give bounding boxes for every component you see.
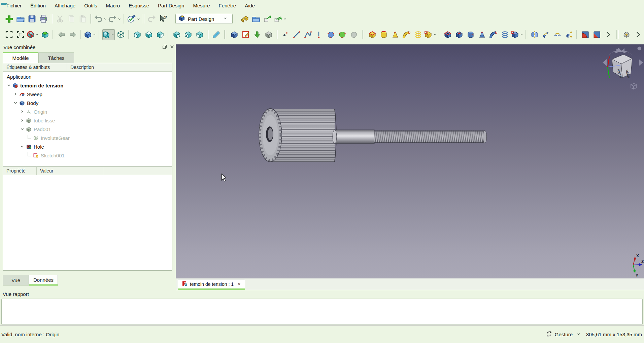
tree-expander-icon[interactable]: [13, 101, 18, 105]
tree-item-label[interactable]: Sketch001: [41, 153, 65, 158]
pad-button[interactable]: [367, 29, 378, 40]
menu-fenetre[interactable]: Fenêtre: [214, 1, 240, 10]
measure-button[interactable]: [211, 29, 222, 40]
create-sketch-button[interactable]: [240, 29, 251, 40]
mirrored-button[interactable]: [529, 29, 540, 40]
copy-button[interactable]: [66, 13, 77, 24]
create-line-button[interactable]: [291, 29, 302, 40]
workbench-selector[interactable]: Part Design: [175, 14, 233, 24]
menu-fichier[interactable]: Fichier: [2, 1, 26, 10]
attach-sketch-button[interactable]: [252, 29, 263, 40]
tree-item-sketch001[interactable]: Sketch001: [3, 151, 172, 160]
polar-pattern-button[interactable]: [552, 29, 563, 40]
tree-item-pad001[interactable]: Pad001: [3, 125, 172, 134]
cut-button[interactable]: [55, 13, 65, 24]
subtractive-pipe-button[interactable]: [488, 29, 499, 40]
tree-item-body[interactable]: Body: [3, 99, 172, 107]
subtractive-primitive-button[interactable]: [511, 29, 523, 40]
fit-selection-button[interactable]: [15, 29, 26, 40]
menu-mesure[interactable]: Mesure: [189, 1, 214, 10]
view-right-button[interactable]: [155, 29, 166, 40]
save-file-button[interactable]: [27, 13, 37, 24]
column-header[interactable]: Valeur: [37, 167, 104, 175]
tree-expander-icon[interactable]: [6, 83, 11, 88]
tree-item-sweep[interactable]: Sweep: [3, 90, 172, 99]
create-group-button[interactable]: [251, 13, 262, 24]
workbench-dropdown-icon[interactable]: [223, 16, 228, 22]
undo-button[interactable]: [94, 13, 107, 24]
print-button[interactable]: [38, 13, 49, 24]
view-top-button[interactable]: [143, 29, 154, 40]
menu-macro[interactable]: Macro: [102, 1, 125, 10]
document-tab-label[interactable]: temoin de tension : 1: [190, 281, 234, 287]
view-isometric-dropdown-icon[interactable]: [92, 32, 97, 37]
tree-item-origin[interactable]: Origin: [3, 107, 172, 116]
view-axonometric-button[interactable]: [115, 29, 126, 40]
3d-viewport[interactable]: RIGHT REAR X Z: [176, 44, 644, 278]
menu-outils[interactable]: Outils: [80, 1, 101, 10]
document-tab[interactable]: temoin de tension : 1 ×: [178, 279, 245, 290]
additive-primitive-dropdown-icon[interactable]: [433, 32, 437, 37]
tab-donnees[interactable]: Données: [29, 275, 58, 285]
create-part-button[interactable]: [239, 13, 250, 24]
tab-vue[interactable]: Vue: [3, 275, 29, 285]
involute-gear-button[interactable]: [621, 29, 632, 40]
tree-item-label[interactable]: temoin de tension: [20, 83, 63, 88]
whats-this-button[interactable]: ?: [158, 13, 169, 24]
menu-esquisse[interactable]: Esquisse: [124, 1, 154, 10]
nav-back-button[interactable]: [56, 29, 67, 40]
tree-expander-icon[interactable]: [20, 118, 25, 123]
column-header[interactable]: Description: [67, 63, 101, 71]
create-periodic-bspline-button[interactable]: [337, 29, 348, 40]
groove-button[interactable]: [465, 29, 476, 40]
subtractive-helix-button[interactable]: [500, 29, 510, 40]
fillet-button[interactable]: [580, 29, 591, 40]
more-dressup-button[interactable]: [603, 29, 614, 40]
tree-item-tube-lisse[interactable]: tube lisse: [3, 116, 172, 125]
float-panel-button[interactable]: [162, 44, 168, 50]
nav-style-label[interactable]: Gesture: [555, 332, 573, 337]
view-isometric-button[interactable]: [84, 29, 97, 40]
view-bottom-button[interactable]: [183, 29, 194, 40]
tree-expander-icon[interactable]: [20, 144, 25, 149]
fit-all-button[interactable]: [4, 29, 14, 40]
subtractive-primitive-dropdown-icon[interactable]: [519, 32, 524, 37]
navigation-cube[interactable]: RIGHT REAR: [603, 47, 643, 89]
view-left-button[interactable]: [194, 29, 205, 40]
paste-button[interactable]: [77, 13, 88, 24]
tree-item-label[interactable]: Origin: [34, 109, 47, 115]
close-panel-button[interactable]: [169, 44, 175, 50]
tree-expander-icon[interactable]: [20, 127, 25, 131]
multitransform-button[interactable]: [564, 29, 574, 40]
make-sub-link-button[interactable]: [274, 13, 287, 24]
create-polyline-button[interactable]: [303, 29, 313, 40]
gear-model[interactable]: [259, 109, 487, 162]
view-front-button[interactable]: [132, 29, 143, 40]
pocket-button[interactable]: [442, 29, 453, 40]
tab-modele[interactable]: Modèle: [3, 52, 38, 63]
new-file-button[interactable]: [4, 13, 14, 24]
tree-item-label[interactable]: Pad001: [34, 126, 51, 132]
zoom-tool-button[interactable]: [102, 29, 115, 40]
subtractive-loft-button[interactable]: [477, 29, 487, 40]
redo-dropdown-icon[interactable]: [117, 17, 122, 21]
tree-item-label[interactable]: Body: [27, 100, 38, 106]
revolution-button[interactable]: [378, 29, 389, 40]
tree-item-label[interactable]: InvoluteGear: [41, 135, 70, 141]
carbon-copy-button[interactable]: [348, 29, 359, 40]
tree-item-label[interactable]: Sweep: [27, 91, 42, 97]
zoom-tool-dropdown-icon[interactable]: [110, 32, 115, 37]
redo-button[interactable]: [108, 13, 122, 24]
additive-loft-button[interactable]: [390, 29, 401, 40]
more-tools-button[interactable]: [633, 29, 644, 40]
tab-taches[interactable]: Tâches: [38, 52, 74, 63]
chamfer-button[interactable]: [591, 29, 602, 40]
nav-cube-mini-cube[interactable]: [631, 83, 637, 89]
additive-helix-button[interactable]: [413, 29, 423, 40]
tree-item-temoin-de-tension[interactable]: temoin de tension: [3, 81, 172, 90]
additive-pipe-button[interactable]: [401, 29, 412, 40]
edit-mode-button[interactable]: [127, 13, 141, 24]
make-link-button[interactable]: [262, 13, 273, 24]
create-vertex-button[interactable]: [314, 29, 325, 40]
tree-item-label[interactable]: Hole: [34, 144, 44, 150]
